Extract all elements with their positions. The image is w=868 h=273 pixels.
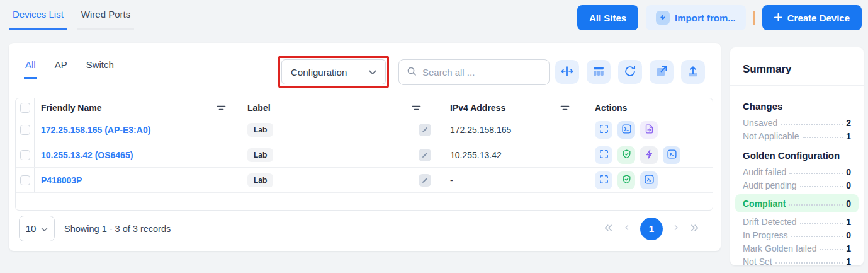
dotted-leader	[789, 204, 843, 206]
summary-item-label: Drift Detected	[743, 217, 797, 227]
edit-label-icon[interactable]	[419, 149, 431, 161]
import-download-icon	[656, 11, 670, 25]
summary-item-mark-golden-failed[interactable]: Mark Golden failed 1	[743, 241, 851, 255]
double-chevron-right-icon	[689, 223, 700, 235]
chevron-right-icon	[672, 223, 680, 234]
edit-label-icon[interactable]	[419, 174, 431, 187]
tab-switch[interactable]: Switch	[85, 59, 115, 79]
shield-check-icon	[621, 149, 632, 161]
summary-item-in-progress[interactable]: In Progress 0	[743, 228, 851, 241]
terminal-icon	[621, 124, 632, 136]
summary-title: Summary	[743, 63, 851, 76]
column-friendly-name: Friendly Name	[41, 103, 101, 113]
import-from-label: Import from...	[675, 13, 736, 23]
friendly-name-filter-icon[interactable]	[217, 104, 226, 112]
ipv4-value: -	[450, 175, 453, 185]
export-icon	[655, 64, 668, 80]
shield-check-action-button[interactable]	[617, 146, 635, 164]
row-checkbox[interactable]	[20, 175, 30, 185]
import-from-button[interactable]: Import from...	[646, 5, 746, 30]
previous-page-button[interactable]	[623, 223, 631, 234]
summary-item-audit-failed[interactable]: Audit failed 0	[743, 165, 851, 178]
summary-item-value: 1	[846, 257, 851, 266]
create-device-button[interactable]: Create Device	[762, 5, 862, 30]
summary-item-drift-detected[interactable]: Drift Detected 1	[743, 215, 851, 228]
create-device-label: Create Device	[787, 13, 850, 23]
label-badge: Lab	[247, 173, 273, 187]
table-row: 10.255.13.42 (OS6465) Lab 10.255.13.42	[16, 142, 713, 168]
double-chevron-left-icon	[603, 223, 614, 235]
label-badge: Lab	[247, 148, 273, 162]
fullscreen-icon	[599, 149, 609, 161]
document-export-action-button[interactable]	[640, 121, 658, 139]
table-row: P418003P Lab -	[16, 168, 713, 193]
category-dropdown[interactable]: Configuration	[281, 59, 386, 84]
fullscreen-action-button[interactable]	[595, 146, 612, 164]
row-checkbox[interactable]	[20, 125, 30, 135]
next-page-button[interactable]	[672, 223, 680, 234]
edit-label-icon[interactable]	[419, 124, 431, 136]
shield-check-icon	[621, 174, 632, 187]
plus-icon	[774, 13, 782, 23]
summary-item-value: 1	[846, 131, 851, 141]
device-link[interactable]: P418003P	[41, 175, 82, 185]
page-size-select[interactable]: 10	[19, 216, 55, 241]
summary-item-label: Unsaved	[743, 118, 777, 128]
summary-item-label: Compliant	[743, 199, 786, 209]
devices-panel: All AP Switch Configuration Search all .…	[9, 43, 721, 251]
summary-item-audit-pending[interactable]: Audit pending 0	[743, 178, 851, 192]
last-page-button[interactable]	[689, 223, 700, 235]
summary-item-value: 1	[846, 243, 851, 253]
flash-action-button[interactable]	[640, 146, 658, 164]
summary-item-label: In Progress	[743, 230, 788, 240]
current-page-button[interactable]: 1	[640, 218, 663, 240]
refresh-button[interactable]	[618, 60, 642, 84]
top-actions: All Sites Import from... Create Device	[577, 5, 862, 30]
summary-item-not-applicable[interactable]: Not Applicable 1	[743, 129, 851, 142]
summary-item-label: Audit failed	[743, 167, 786, 177]
summary-item-value: 1	[846, 217, 851, 227]
upload-button[interactable]	[681, 60, 705, 84]
search-input[interactable]: Search all ...	[398, 59, 550, 85]
device-link[interactable]: 10.255.13.42 (OS6465)	[41, 150, 133, 160]
ipv4-filter-icon[interactable]	[560, 104, 570, 112]
tab-wired-ports[interactable]: Wired Ports	[77, 6, 134, 30]
all-sites-button[interactable]: All Sites	[577, 5, 638, 30]
terminal-action-button[interactable]	[617, 121, 635, 139]
row-checkbox[interactable]	[20, 150, 30, 160]
search-icon	[407, 66, 417, 79]
summary-item-compliant[interactable]: Compliant 0	[735, 194, 859, 212]
terminal-action-button[interactable]	[663, 146, 680, 164]
columns-settings-button[interactable]	[587, 60, 611, 84]
fullscreen-icon	[599, 124, 609, 136]
summary-panel: Summary Changes Unsaved 2 Not Applicable…	[730, 47, 864, 265]
table-empty-space	[16, 193, 713, 210]
dotted-leader	[789, 173, 843, 174]
terminal-action-button[interactable]	[640, 171, 658, 189]
dotted-leader	[775, 262, 843, 264]
dotted-leader	[800, 223, 843, 224]
table-toolbar	[555, 60, 705, 84]
summary-section-changes: Changes Unsaved 2 Not Applicable 1	[743, 101, 851, 142]
search-placeholder: Search all ...	[422, 67, 475, 78]
ipv4-value: 10.255.13.42	[450, 150, 502, 160]
section-title: Golden Configuration	[743, 150, 851, 161]
column-ipv4-address: IPv4 Address	[450, 103, 505, 113]
shield-check-action-button[interactable]	[617, 171, 635, 189]
fullscreen-action-button[interactable]	[595, 171, 612, 189]
export-button[interactable]	[650, 60, 674, 84]
tab-ap[interactable]: AP	[54, 59, 69, 79]
summary-item-not-set[interactable]: Not Set 1	[743, 255, 851, 265]
tab-devices-list[interactable]: Devices List	[9, 6, 67, 30]
device-type-tabs: All AP Switch	[24, 59, 115, 79]
fullscreen-action-button[interactable]	[595, 121, 612, 139]
dotted-leader	[781, 124, 843, 125]
first-page-button[interactable]	[603, 223, 614, 235]
tab-all[interactable]: All	[24, 59, 37, 79]
label-filter-icon[interactable]	[412, 104, 421, 112]
summary-item-unsaved[interactable]: Unsaved 2	[743, 116, 851, 129]
dotted-leader	[800, 186, 843, 187]
expand-columns-button[interactable]	[555, 60, 579, 84]
device-link[interactable]: 172.25.158.165 (AP-E3:A0)	[41, 125, 150, 135]
select-all-checkbox[interactable]	[20, 103, 30, 113]
